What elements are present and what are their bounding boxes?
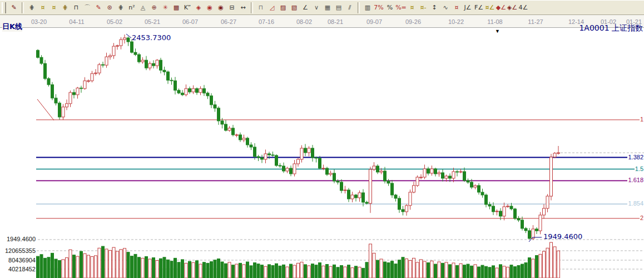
date-axis-label: 08-21 bbox=[316, 18, 355, 25]
golden-section-label: 1.382 bbox=[627, 154, 644, 160]
date-axis-label: 03-20 bbox=[19, 18, 58, 25]
volume-tick-1: 120655355 bbox=[0, 247, 36, 254]
price-axis-min-label: 1949.4600 bbox=[0, 236, 36, 242]
golden-section-label: 1.618 bbox=[627, 177, 644, 183]
golden-section-label: 1 bbox=[640, 116, 644, 123]
date-axis-label: 10-22 bbox=[437, 18, 475, 25]
golden-section-label: 1.5 bbox=[635, 165, 644, 172]
stock-analysis-window: ✎⋕¤¤⋕⊓⌒✎⊛⋕n²◬⊕✳▩K”◈◉◉⊟↔⊓◿▨▧∠∨▦▤⫽▥7%%%=¤¤… bbox=[0, 0, 644, 278]
volume-tick-2: 80436904 bbox=[0, 257, 36, 264]
candlestick-layer bbox=[37, 35, 560, 240]
trend-line[interactable] bbox=[37, 99, 54, 120]
date-axis-label: 04-11 bbox=[57, 18, 96, 25]
high-annotation-pointer bbox=[126, 34, 131, 38]
low-annotation: 1949.4600 bbox=[543, 232, 582, 241]
date-axis-label: 05-02 bbox=[95, 18, 134, 25]
date-axis-label: 09-07 bbox=[355, 18, 394, 25]
date-axis-label: 06-07 bbox=[171, 18, 210, 25]
high-annotation: 2453.7300 bbox=[132, 33, 171, 42]
date-axis-label: 05-21 bbox=[133, 18, 172, 25]
golden-section-lines bbox=[36, 120, 644, 218]
date-axis-label: 06-27 bbox=[209, 18, 248, 25]
volume-tick-3: 40218452 bbox=[0, 266, 36, 272]
golden-section-label: 1.854 bbox=[627, 200, 644, 207]
date-axis-label: 11-27 bbox=[516, 18, 555, 25]
symbol-label: 1A0001 上证指数 bbox=[579, 23, 643, 33]
period-label: 日K线 bbox=[2, 22, 22, 32]
date-axis-label: 09-26 bbox=[394, 18, 433, 25]
event-marker-triangle[interactable]: ▼ bbox=[495, 28, 500, 34]
golden-section-label: 2 bbox=[640, 214, 644, 221]
date-axis-label: 07-16 bbox=[247, 18, 286, 25]
date-axis-label: 11-08 bbox=[475, 18, 514, 25]
